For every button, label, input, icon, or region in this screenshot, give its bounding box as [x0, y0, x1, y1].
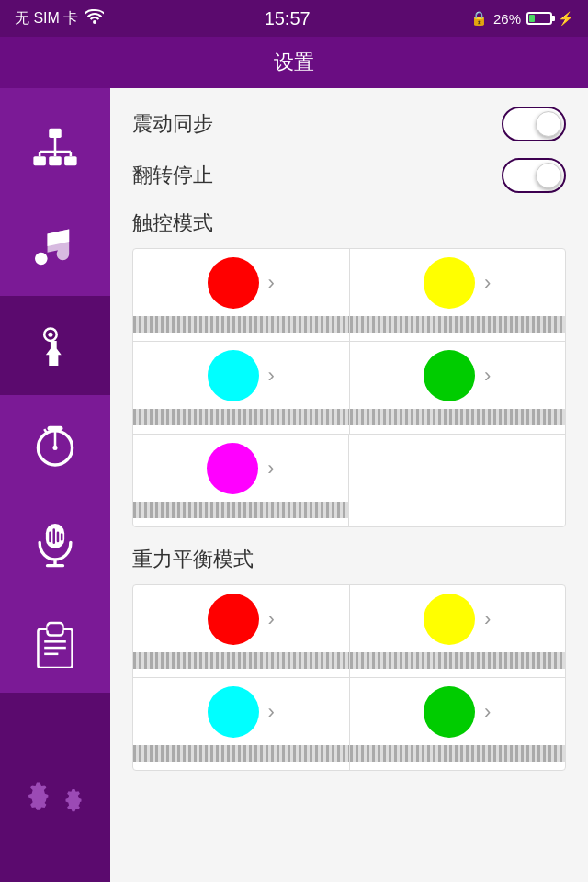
- flip-setting: 翻转停止: [132, 158, 566, 193]
- wifi-icon: [85, 9, 104, 28]
- gravity-cell-yellow[interactable]: ›: [350, 585, 566, 677]
- battery-indicator: [526, 12, 552, 25]
- empty-cell: [349, 435, 565, 526]
- flip-toggle[interactable]: [502, 158, 566, 193]
- svg-rect-22: [61, 533, 63, 540]
- touch-row-2: ›: [133, 435, 565, 526]
- svg-rect-19: [49, 532, 51, 543]
- striped-bar: [133, 316, 349, 333]
- charging-icon: ⚡: [558, 11, 573, 26]
- svg-rect-21: [57, 532, 60, 543]
- network-icon: [28, 119, 83, 175]
- content-area: 震动同步 翻转停止 触控模式 ›: [110, 88, 588, 882]
- gravity-chevron-yellow: ›: [484, 607, 491, 631]
- striped-bar: [133, 409, 349, 425]
- svg-rect-20: [52, 528, 55, 544]
- vibration-knob: [536, 111, 561, 137]
- striped-bar: [350, 745, 566, 762]
- touch-row-0: › ›: [133, 249, 565, 342]
- mic-icon: [28, 516, 83, 571]
- lock-icon: 🔒: [470, 10, 488, 27]
- chevron-yellow: ›: [484, 271, 491, 295]
- gravity-circle-green: [424, 686, 475, 738]
- gravity-row-1: › ›: [133, 678, 565, 770]
- status-right: 🔒 26% ⚡: [470, 10, 573, 27]
- status-left: 无 SIM 卡: [15, 9, 104, 28]
- sidebar-item-mic[interactable]: [0, 494, 110, 594]
- chevron-green: ›: [484, 364, 491, 388]
- gear-icons: [21, 773, 89, 817]
- svg-rect-3: [64, 156, 77, 165]
- flip-label: 翻转停止: [132, 162, 213, 189]
- svg-point-14: [52, 446, 57, 450]
- status-time: 15:57: [265, 8, 311, 29]
- touch-cell-green[interactable]: ›: [350, 342, 566, 434]
- touch-mode-grid: › › ›: [132, 248, 566, 527]
- gravity-circle-cyan: [208, 686, 259, 738]
- battery-percent: 26%: [493, 11, 521, 27]
- title-bar: 设置: [0, 37, 588, 88]
- svg-rect-0: [49, 129, 62, 138]
- sidebar-item-touch[interactable]: [0, 296, 110, 395]
- page-title: 设置: [274, 49, 314, 76]
- vibration-toggle[interactable]: [502, 107, 566, 141]
- touch-mode-title: 触控模式: [132, 209, 566, 237]
- clipboard-icon: [28, 616, 83, 671]
- svg-point-10: [48, 333, 52, 337]
- chevron-red: ›: [268, 271, 275, 295]
- color-circle-green: [424, 350, 475, 401]
- chevron-magenta: ›: [267, 457, 274, 481]
- gravity-mode-grid: › › ›: [132, 584, 566, 771]
- sidebar: [0, 88, 110, 882]
- gravity-cell-red[interactable]: ›: [133, 585, 350, 677]
- touch-cell-yellow[interactable]: ›: [350, 249, 566, 341]
- sidebar-item-music[interactable]: [0, 197, 110, 296]
- vibration-setting: 震动同步: [132, 107, 566, 141]
- touch-row-1: › ›: [133, 342, 565, 435]
- gravity-chevron-cyan: ›: [268, 700, 275, 724]
- striped-bar: [133, 745, 349, 762]
- color-circle-cyan: [208, 350, 259, 401]
- chevron-cyan: ›: [268, 364, 275, 388]
- gravity-mode-title: 重力平衡模式: [132, 546, 566, 573]
- gravity-circle-yellow: [424, 594, 475, 645]
- vibration-label: 震动同步: [132, 110, 213, 138]
- sidebar-item-timer[interactable]: [0, 395, 110, 494]
- main-layout: 震动同步 翻转停止 触控模式 ›: [0, 88, 588, 882]
- touch-cell-red[interactable]: ›: [133, 249, 350, 341]
- color-circle-magenta: [207, 443, 258, 494]
- striped-bar: [350, 316, 566, 333]
- touch-cell-cyan[interactable]: ›: [133, 342, 350, 434]
- gravity-cell-green[interactable]: ›: [350, 678, 566, 770]
- flip-knob: [536, 163, 561, 188]
- gravity-chevron-green: ›: [484, 700, 491, 724]
- sidebar-item-network[interactable]: [0, 97, 110, 197]
- sidebar-item-settings[interactable]: [0, 693, 110, 882]
- touch-cell-magenta[interactable]: ›: [133, 435, 349, 526]
- color-circle-red: [208, 257, 259, 309]
- striped-bar: [133, 502, 348, 518]
- svg-rect-1: [33, 156, 46, 165]
- carrier-text: 无 SIM 卡: [15, 9, 78, 28]
- gravity-circle-red: [208, 594, 259, 645]
- status-bar: 无 SIM 卡 15:57 🔒 26% ⚡: [0, 0, 588, 37]
- touch-icon: [28, 318, 83, 373]
- striped-bar: [133, 652, 349, 669]
- sidebar-item-clipboard[interactable]: [0, 594, 110, 693]
- gravity-row-0: › ›: [133, 585, 565, 678]
- color-circle-yellow: [424, 257, 475, 309]
- gravity-cell-cyan[interactable]: ›: [133, 678, 350, 770]
- striped-bar: [350, 409, 566, 425]
- svg-rect-25: [48, 626, 63, 630]
- timer-icon: [28, 417, 83, 472]
- music-icon: [28, 219, 83, 274]
- striped-bar: [350, 652, 566, 669]
- svg-rect-2: [49, 156, 62, 165]
- gravity-chevron-red: ›: [268, 607, 275, 631]
